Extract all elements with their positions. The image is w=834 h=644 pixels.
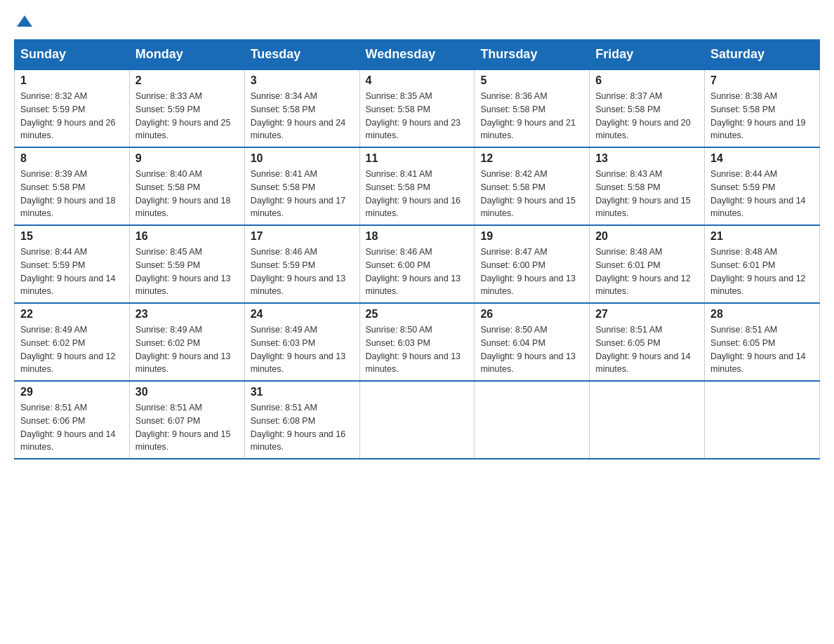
calendar-cell: 25 Sunrise: 8:50 AMSunset: 6:03 PMDaylig… <box>359 303 475 381</box>
calendar-cell: 12 Sunrise: 8:42 AMSunset: 5:58 PMDaylig… <box>475 147 590 225</box>
day-info: Sunrise: 8:33 AMSunset: 5:59 PMDaylight:… <box>135 90 239 142</box>
day-info: Sunrise: 8:49 AMSunset: 6:02 PMDaylight:… <box>135 323 239 376</box>
day-info: Sunrise: 8:35 AMSunset: 5:58 PMDaylight:… <box>366 90 469 142</box>
day-info: Sunrise: 8:50 AMSunset: 6:04 PMDaylight:… <box>480 323 583 376</box>
calendar-cell: 29 Sunrise: 8:51 AMSunset: 6:06 PMDaylig… <box>15 381 130 459</box>
calendar-week-row: 1 Sunrise: 8:32 AMSunset: 5:59 PMDayligh… <box>15 69 820 147</box>
calendar-cell: 3 Sunrise: 8:34 AMSunset: 5:58 PMDayligh… <box>244 69 359 147</box>
calendar-cell: 7 Sunrise: 8:38 AMSunset: 5:58 PMDayligh… <box>705 69 820 147</box>
page-header <box>14 14 820 32</box>
calendar-cell: 18 Sunrise: 8:46 AMSunset: 6:00 PMDaylig… <box>359 225 475 303</box>
calendar-cell: 23 Sunrise: 8:49 AMSunset: 6:02 PMDaylig… <box>129 303 244 381</box>
calendar-cell: 2 Sunrise: 8:33 AMSunset: 5:59 PMDayligh… <box>129 69 244 147</box>
calendar-cell: 30 Sunrise: 8:51 AMSunset: 6:07 PMDaylig… <box>129 381 244 459</box>
calendar-cell: 6 Sunrise: 8:37 AMSunset: 5:58 PMDayligh… <box>590 69 705 147</box>
day-info: Sunrise: 8:48 AMSunset: 6:01 PMDaylight:… <box>710 246 814 298</box>
weekday-header-monday: Monday <box>129 40 244 70</box>
day-info: Sunrise: 8:32 AMSunset: 5:59 PMDaylight:… <box>20 90 124 142</box>
day-number: 11 <box>366 152 469 165</box>
day-info: Sunrise: 8:43 AMSunset: 5:58 PMDaylight:… <box>595 168 699 220</box>
day-info: Sunrise: 8:48 AMSunset: 6:01 PMDaylight:… <box>595 246 699 298</box>
day-number: 30 <box>135 386 239 398</box>
calendar-cell: 15 Sunrise: 8:44 AMSunset: 5:59 PMDaylig… <box>15 225 130 303</box>
calendar-cell: 1 Sunrise: 8:32 AMSunset: 5:59 PMDayligh… <box>15 69 130 147</box>
logo <box>14 14 32 32</box>
day-info: Sunrise: 8:44 AMSunset: 5:59 PMDaylight:… <box>20 246 124 298</box>
day-number: 26 <box>480 308 583 321</box>
calendar-cell: 31 Sunrise: 8:51 AMSunset: 6:08 PMDaylig… <box>244 381 359 459</box>
day-number: 18 <box>366 230 469 243</box>
day-number: 15 <box>20 230 124 243</box>
day-number: 27 <box>595 308 699 321</box>
day-number: 16 <box>135 230 239 243</box>
calendar-cell: 4 Sunrise: 8:35 AMSunset: 5:58 PMDayligh… <box>359 69 475 147</box>
calendar-table: SundayMondayTuesdayWednesdayThursdayFrid… <box>14 39 820 459</box>
day-info: Sunrise: 8:51 AMSunset: 6:06 PMDaylight:… <box>20 401 124 454</box>
calendar-cell: 17 Sunrise: 8:46 AMSunset: 5:59 PMDaylig… <box>244 225 359 303</box>
day-info: Sunrise: 8:51 AMSunset: 6:08 PMDaylight:… <box>251 401 354 454</box>
day-number: 3 <box>251 74 354 87</box>
day-number: 5 <box>480 74 583 87</box>
calendar-cell <box>475 381 590 459</box>
day-info: Sunrise: 8:42 AMSunset: 5:58 PMDaylight:… <box>480 168 583 220</box>
day-number: 31 <box>251 386 354 398</box>
day-number: 8 <box>20 152 124 165</box>
day-number: 22 <box>20 308 124 321</box>
day-number: 17 <box>251 230 354 243</box>
calendar-cell: 10 Sunrise: 8:41 AMSunset: 5:58 PMDaylig… <box>244 147 359 225</box>
day-info: Sunrise: 8:51 AMSunset: 6:05 PMDaylight:… <box>710 323 814 376</box>
day-number: 25 <box>366 308 469 321</box>
calendar-cell: 5 Sunrise: 8:36 AMSunset: 5:58 PMDayligh… <box>475 69 590 147</box>
calendar-cell: 20 Sunrise: 8:48 AMSunset: 6:01 PMDaylig… <box>590 225 705 303</box>
day-info: Sunrise: 8:47 AMSunset: 6:00 PMDaylight:… <box>480 246 583 298</box>
day-number: 21 <box>710 230 814 243</box>
calendar-cell: 24 Sunrise: 8:49 AMSunset: 6:03 PMDaylig… <box>244 303 359 381</box>
day-info: Sunrise: 8:34 AMSunset: 5:58 PMDaylight:… <box>251 90 354 142</box>
calendar-cell <box>359 381 475 459</box>
day-info: Sunrise: 8:50 AMSunset: 6:03 PMDaylight:… <box>366 323 469 376</box>
day-number: 2 <box>135 74 239 87</box>
calendar-cell: 16 Sunrise: 8:45 AMSunset: 5:59 PMDaylig… <box>129 225 244 303</box>
day-number: 12 <box>480 152 583 165</box>
day-number: 6 <box>595 74 699 87</box>
weekday-header-tuesday: Tuesday <box>244 40 359 70</box>
day-number: 13 <box>595 152 699 165</box>
day-info: Sunrise: 8:46 AMSunset: 6:00 PMDaylight:… <box>366 246 469 298</box>
day-info: Sunrise: 8:41 AMSunset: 5:58 PMDaylight:… <box>251 168 354 220</box>
calendar-cell: 19 Sunrise: 8:47 AMSunset: 6:00 PMDaylig… <box>475 225 590 303</box>
day-number: 1 <box>20 74 124 87</box>
day-info: Sunrise: 8:39 AMSunset: 5:58 PMDaylight:… <box>20 168 124 220</box>
calendar-cell: 13 Sunrise: 8:43 AMSunset: 5:58 PMDaylig… <box>590 147 705 225</box>
day-info: Sunrise: 8:45 AMSunset: 5:59 PMDaylight:… <box>135 246 239 298</box>
calendar-cell <box>705 381 820 459</box>
day-number: 10 <box>251 152 354 165</box>
weekday-header-saturday: Saturday <box>705 40 820 70</box>
calendar-header-row: SundayMondayTuesdayWednesdayThursdayFrid… <box>15 40 820 70</box>
day-number: 24 <box>251 308 354 321</box>
weekday-header-friday: Friday <box>590 40 705 70</box>
weekday-header-sunday: Sunday <box>15 40 130 70</box>
calendar-cell: 22 Sunrise: 8:49 AMSunset: 6:02 PMDaylig… <box>15 303 130 381</box>
logo-triangle-icon <box>17 14 32 29</box>
day-info: Sunrise: 8:40 AMSunset: 5:58 PMDaylight:… <box>135 168 239 220</box>
calendar-cell: 9 Sunrise: 8:40 AMSunset: 5:58 PMDayligh… <box>129 147 244 225</box>
day-info: Sunrise: 8:37 AMSunset: 5:58 PMDaylight:… <box>595 90 699 142</box>
calendar-cell: 28 Sunrise: 8:51 AMSunset: 6:05 PMDaylig… <box>705 303 820 381</box>
calendar-week-row: 22 Sunrise: 8:49 AMSunset: 6:02 PMDaylig… <box>15 303 820 381</box>
day-info: Sunrise: 8:46 AMSunset: 5:59 PMDaylight:… <box>251 246 354 298</box>
day-info: Sunrise: 8:49 AMSunset: 6:03 PMDaylight:… <box>251 323 354 376</box>
day-info: Sunrise: 8:38 AMSunset: 5:58 PMDaylight:… <box>710 90 814 142</box>
svg-marker-0 <box>17 15 32 27</box>
day-number: 29 <box>20 386 124 398</box>
day-info: Sunrise: 8:36 AMSunset: 5:58 PMDaylight:… <box>480 90 583 142</box>
day-number: 28 <box>710 308 814 321</box>
day-info: Sunrise: 8:51 AMSunset: 6:05 PMDaylight:… <box>595 323 699 376</box>
weekday-header-wednesday: Wednesday <box>359 40 475 70</box>
calendar-cell: 14 Sunrise: 8:44 AMSunset: 5:59 PMDaylig… <box>705 147 820 225</box>
day-number: 7 <box>710 74 814 87</box>
calendar-cell <box>590 381 705 459</box>
day-info: Sunrise: 8:44 AMSunset: 5:59 PMDaylight:… <box>710 168 814 220</box>
day-number: 4 <box>366 74 469 87</box>
calendar-week-row: 15 Sunrise: 8:44 AMSunset: 5:59 PMDaylig… <box>15 225 820 303</box>
day-info: Sunrise: 8:49 AMSunset: 6:02 PMDaylight:… <box>20 323 124 376</box>
